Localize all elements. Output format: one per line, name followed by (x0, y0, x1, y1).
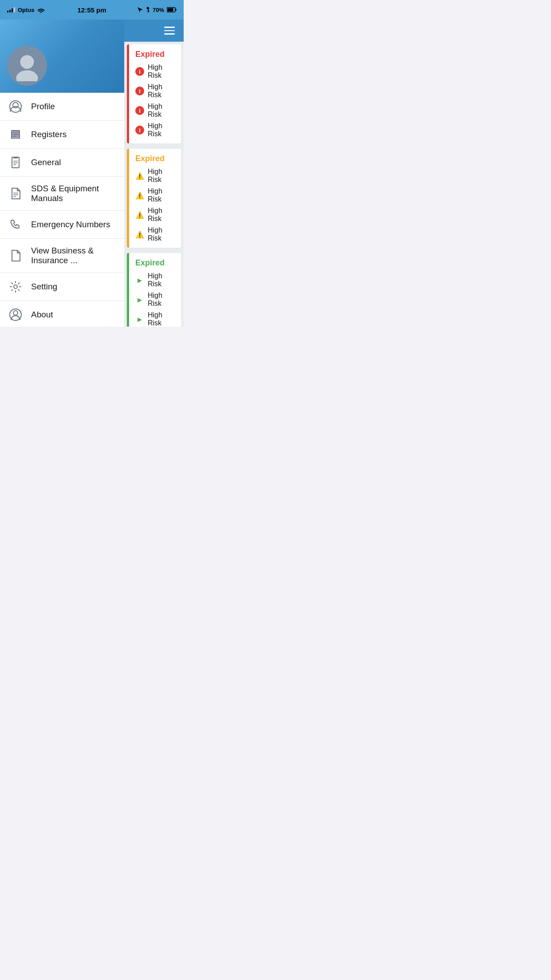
nav-item-about[interactable]: About (0, 301, 124, 327)
card-green-item-2[interactable]: ▶ High Risk (135, 292, 175, 308)
card-green-item-3[interactable]: ▶ High Risk (135, 311, 175, 327)
nav-label-general: General (31, 158, 61, 167)
play-icon-3: ▶ (135, 315, 144, 324)
red-info-icon-3: i (135, 106, 144, 115)
card-orange-label-3: High Risk (148, 207, 175, 223)
profile-header (0, 20, 124, 93)
card-green-label-1: High Risk (148, 272, 175, 288)
warning-icon-1: ⚠️ (135, 171, 144, 180)
nav-menu: Profile Registers General (0, 93, 124, 327)
card-green-label-3: High Risk (148, 311, 175, 327)
general-icon (9, 156, 22, 169)
nav-item-general[interactable]: General (0, 149, 124, 177)
play-icon-2: ▶ (135, 295, 144, 304)
card-red-expired[interactable]: Expired i High Risk i High Risk i High R… (127, 44, 181, 143)
business-icon (9, 249, 22, 262)
nav-label-profile: Profile (31, 102, 55, 111)
app-container: Optus 12:55 pm 70% (0, 0, 184, 327)
nav-label-emergency: Emergency Numbers (31, 220, 110, 229)
main-layout: Profile Registers General (0, 20, 184, 327)
nav-item-sds[interactable]: SDS & Equipment Manuals (0, 177, 124, 211)
svg-rect-8 (12, 131, 19, 139)
battery-label: 70% (153, 7, 164, 13)
red-info-icon-1: i (135, 67, 144, 76)
play-icon-1: ▶ (135, 276, 144, 285)
about-icon (9, 308, 22, 321)
card-green-title: Expired (129, 253, 181, 272)
emergency-icon (9, 218, 22, 231)
avatar[interactable] (7, 46, 47, 86)
card-green-items: ▶ High Risk ▶ High Risk ▶ High Risk ▶ Hi… (129, 272, 181, 327)
status-right: 70% (138, 7, 177, 13)
nav-label-registers: Registers (31, 130, 67, 139)
svg-point-21 (13, 311, 18, 315)
card-orange-label-2: High Risk (148, 187, 175, 203)
card-orange-item-4[interactable]: ⚠️ High Risk (135, 226, 175, 242)
warning-icon-2: ⚠️ (135, 191, 144, 200)
hamburger-line-3 (164, 33, 175, 35)
profile-icon (9, 100, 22, 113)
warning-icon-4: ⚠️ (135, 230, 144, 239)
warning-icon-3: ⚠️ (135, 210, 144, 219)
svg-point-4 (16, 71, 38, 82)
card-red-title: Expired (129, 44, 181, 63)
card-orange-item-3[interactable]: ⚠️ High Risk (135, 207, 175, 223)
battery-icon (167, 7, 177, 12)
card-green-item-1[interactable]: ▶ High Risk (135, 272, 175, 288)
card-orange-item-1[interactable]: ⚠️ High Risk (135, 168, 175, 184)
signal-bar-4 (14, 7, 15, 12)
card-red-items: i High Risk i High Risk i High Risk i Hi… (129, 63, 181, 143)
card-red-item-4[interactable]: i High Risk (135, 122, 175, 138)
card-orange-label-1: High Risk (148, 168, 175, 184)
card-red-item-2[interactable]: i High Risk (135, 83, 175, 99)
hamburger-button[interactable] (162, 25, 177, 36)
nav-item-setting[interactable]: Setting (0, 273, 124, 301)
card-orange-item-2[interactable]: ⚠️ High Risk (135, 187, 175, 203)
red-info-icon-4: i (135, 126, 144, 134)
card-red-item-1[interactable]: i High Risk (135, 63, 175, 79)
card-orange-expired[interactable]: Expired ⚠️ High Risk ⚠️ High Risk ⚠️ Hig… (127, 149, 181, 248)
location-icon (138, 7, 143, 12)
registers-icon (9, 128, 22, 141)
nav-item-emergency[interactable]: Emergency Numbers (0, 211, 124, 239)
nav-item-registers[interactable]: Registers (0, 121, 124, 149)
status-left: Optus (7, 7, 45, 13)
svg-point-20 (14, 285, 17, 288)
wifi-icon (37, 7, 45, 13)
right-panel: Expired i High Risk i High Risk i High R… (124, 20, 184, 327)
sds-icon (9, 187, 22, 200)
svg-rect-12 (12, 157, 19, 168)
card-red-label-1: High Risk (148, 63, 175, 79)
card-orange-items: ⚠️ High Risk ⚠️ High Risk ⚠️ High Risk ⚠… (129, 168, 181, 248)
card-red-label-3: High Risk (148, 103, 175, 119)
card-red-label-4: High Risk (148, 122, 175, 138)
nav-label-sds: SDS & Equipment Manuals (31, 184, 115, 203)
hamburger-line-2 (164, 30, 175, 32)
signal-bar-2 (9, 10, 11, 12)
signal-bar-1 (7, 11, 8, 12)
card-orange-title: Expired (129, 149, 181, 168)
red-info-icon-2: i (135, 87, 144, 95)
svg-rect-13 (13, 157, 18, 158)
bluetooth-icon (146, 7, 150, 13)
svg-rect-1 (176, 9, 177, 11)
card-red-item-3[interactable]: i High Risk (135, 103, 175, 119)
hamburger-line-1 (164, 27, 175, 28)
avatar-icon (12, 50, 43, 81)
setting-icon (9, 280, 22, 293)
svg-rect-2 (168, 8, 173, 12)
signal-bar-3 (12, 8, 13, 12)
status-time: 12:55 pm (77, 6, 106, 14)
card-orange-label-4: High Risk (148, 226, 175, 242)
right-header (124, 20, 184, 42)
left-panel: Profile Registers General (0, 20, 124, 327)
nav-item-profile[interactable]: Profile (0, 93, 124, 121)
card-green-expired[interactable]: Expired ▶ High Risk ▶ High Risk ▶ High R… (127, 253, 181, 327)
nav-item-business[interactable]: View Business & Insurance ... (0, 239, 124, 273)
card-red-label-2: High Risk (148, 83, 175, 99)
signal-bars (7, 7, 15, 12)
svg-point-3 (20, 55, 34, 69)
card-green-label-2: High Risk (148, 292, 175, 308)
nav-label-about: About (31, 310, 53, 320)
carrier-label: Optus (18, 7, 35, 13)
